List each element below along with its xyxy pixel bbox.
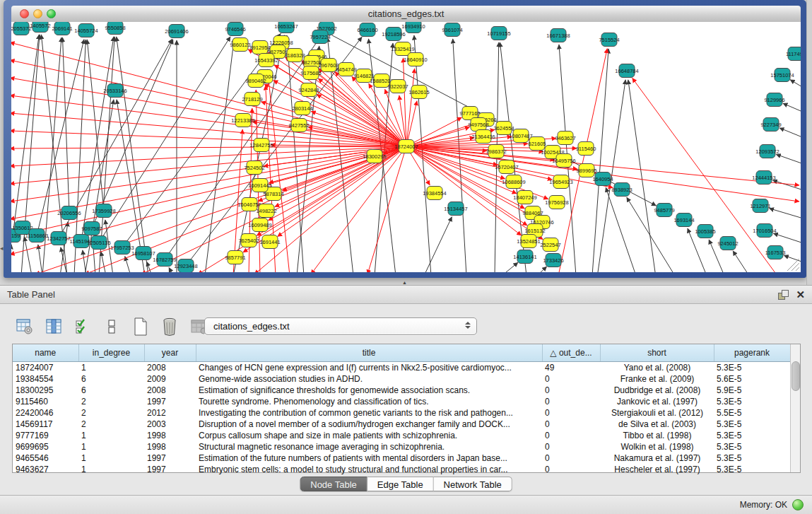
table-row[interactable]: 946362711997Embryonic stem cells: a mode…: [13, 464, 790, 475]
close-panel-icon[interactable]: ✕: [796, 289, 805, 300]
table-cell[interactable]: 9777169: [13, 430, 78, 441]
table-row[interactable]: 911546021997Tourette syndrome. Phenomeno…: [13, 396, 790, 407]
table-cell[interactable]: 0: [542, 419, 600, 430]
table-cell[interactable]: 5.6E-5: [714, 373, 790, 385]
table-cell[interactable]: 1: [78, 362, 144, 374]
table-cell[interactable]: Franke et al. (2009): [600, 373, 714, 385]
graph-edge[interactable]: [101, 252, 106, 272]
table-cell[interactable]: Structural magnetic resonance image aver…: [196, 441, 542, 452]
table-cell[interactable]: 9699695: [13, 441, 78, 452]
column-header-pagerank[interactable]: pagerank: [714, 344, 790, 362]
table-cell[interactable]: 9463627: [13, 464, 78, 475]
table-cell[interactable]: 0: [542, 396, 600, 407]
table-cell[interactable]: 19384554: [13, 373, 78, 385]
table-cell[interactable]: de Silva et al. (2003): [600, 419, 714, 430]
graph-edge[interactable]: [367, 146, 406, 272]
node-table-grid[interactable]: namein_degreeyeartitle△ out_de...shortpa…: [13, 344, 791, 475]
graph-edge[interactable]: [38, 245, 42, 272]
column-header-name[interactable]: name: [13, 344, 78, 362]
memory-status-indicator[interactable]: [792, 499, 804, 510]
table-cell[interactable]: 6: [78, 385, 144, 396]
table-cell[interactable]: Estimation of significance thresholds fo…: [196, 385, 542, 396]
graph-edge[interactable]: [11, 113, 406, 146]
table-cell[interactable]: Hescheler et al. (1997): [600, 464, 714, 475]
table-row[interactable]: 1938455462009Genome-wide association stu…: [13, 373, 790, 385]
table-row[interactable]: 977716911998Corpus callosum shape and si…: [13, 430, 790, 441]
graph-edge[interactable]: [537, 267, 547, 272]
column-header-in-degree[interactable]: in_degree: [78, 344, 144, 362]
table-cell[interactable]: 0: [542, 452, 600, 464]
tab-node-table[interactable]: Node Table: [300, 477, 367, 491]
table-cell[interactable]: Changes of HCN gene expression and I(f) …: [196, 362, 542, 374]
table-cell[interactable]: 0: [542, 464, 600, 475]
table-selector-dropdown[interactable]: citations_edges.txt: [204, 317, 477, 335]
new-table-icon[interactable]: [131, 317, 150, 337]
table-cell[interactable]: 6: [78, 373, 144, 385]
table-row[interactable]: 1830029562008Estimation of significance …: [13, 385, 790, 396]
table-cell[interactable]: 5.3E-5: [714, 430, 790, 441]
table-cell[interactable]: 2008: [144, 385, 196, 396]
table-cell[interactable]: 5.3E-5: [714, 452, 790, 464]
graph-edge[interactable]: [592, 49, 608, 272]
table-settings-icon[interactable]: [16, 317, 34, 337]
graph-edge[interactable]: [11, 146, 406, 166]
table-cell[interactable]: 5.3E-5: [714, 419, 790, 430]
table-cell[interactable]: Tibbo et al. (1998): [600, 430, 714, 441]
splitter-handle-icon[interactable]: ▲: [402, 280, 407, 285]
table-cell[interactable]: 1998: [144, 441, 196, 452]
column-header-title[interactable]: title: [196, 344, 542, 362]
select-columns-icon[interactable]: [45, 317, 63, 337]
table-cell[interactable]: Yano et al. (2008): [600, 362, 714, 374]
table-cell[interactable]: Investigating the contribution of common…: [196, 407, 542, 419]
table-cell[interactable]: Tourette syndrome. Phenomenology and cla…: [196, 396, 542, 407]
table-row[interactable]: 1456911722003Disruption of a novel membe…: [13, 419, 790, 430]
table-cell[interactable]: Jankovic et al. (1997): [600, 396, 714, 407]
citation-graph[interactable]: 1872400720553721405572206914114055724955…: [11, 22, 801, 272]
graph-edge[interactable]: [783, 103, 801, 113]
column-header-out-de-[interactable]: △ out_de...: [542, 344, 600, 362]
table-cell[interactable]: 1: [78, 430, 144, 441]
network-window-titlebar[interactable]: citations_edges.txt: [11, 6, 801, 23]
apply-check-icon[interactable]: [73, 317, 92, 337]
graph-edge[interactable]: [13, 35, 39, 235]
table-cell[interactable]: 2: [78, 396, 144, 407]
table-cell[interactable]: 1997: [144, 452, 196, 464]
table-cell[interactable]: 0: [542, 441, 600, 452]
table-cell[interactable]: 5.3E-5: [714, 464, 790, 475]
graph-edge[interactable]: [733, 251, 749, 272]
table-cell[interactable]: 14569117: [13, 419, 78, 430]
table-cell[interactable]: 0: [542, 373, 600, 385]
table-cell[interactable]: 49: [542, 362, 600, 374]
table-row[interactable]: 946554611997Estimation of the future num…: [13, 452, 790, 464]
row-options-icon[interactable]: [102, 317, 121, 337]
table-cell[interactable]: 0: [542, 430, 600, 441]
graph-edge[interactable]: [424, 217, 452, 272]
table-cell[interactable]: 2: [78, 407, 144, 419]
table-cell[interactable]: 2: [78, 419, 144, 430]
table-row[interactable]: 1872400712008Changes of HCN gene express…: [13, 362, 790, 374]
graph-edge[interactable]: [772, 180, 801, 191]
table-cell[interactable]: 5.9E-5: [714, 385, 790, 396]
table-cell[interactable]: 22420046: [13, 407, 78, 419]
table-cell[interactable]: 1: [78, 441, 144, 452]
graph-edge[interactable]: [11, 146, 406, 237]
graph-edge[interactable]: [773, 233, 801, 244]
tab-edge-table[interactable]: Edge Table: [367, 477, 434, 491]
table-cell[interactable]: Stergiakouli et al. (2012): [600, 407, 714, 419]
column-header-short[interactable]: short: [600, 344, 714, 362]
table-cell[interactable]: 2009: [144, 373, 196, 385]
table-cell[interactable]: Wolkin et al. (1998): [600, 441, 714, 452]
table-cell[interactable]: Disruption of a novel member of a sodium…: [196, 419, 542, 430]
table-cell[interactable]: 1: [78, 452, 144, 464]
table-cell[interactable]: 18300295: [13, 385, 78, 396]
graph-edge[interactable]: [784, 255, 801, 263]
table-cell[interactable]: Estimation of the future numbers of pati…: [196, 452, 542, 464]
graph-edge[interactable]: [406, 69, 415, 146]
graph-edge[interactable]: [11, 146, 406, 148]
table-cell[interactable]: 5.5E-5: [714, 407, 790, 419]
graph-edge[interactable]: [769, 209, 801, 219]
table-cell[interactable]: Nakamura et al. (1997): [600, 452, 714, 464]
table-cell[interactable]: 0: [542, 385, 600, 396]
graph-edge[interactable]: [628, 80, 656, 272]
column-header-year[interactable]: year: [144, 344, 196, 362]
